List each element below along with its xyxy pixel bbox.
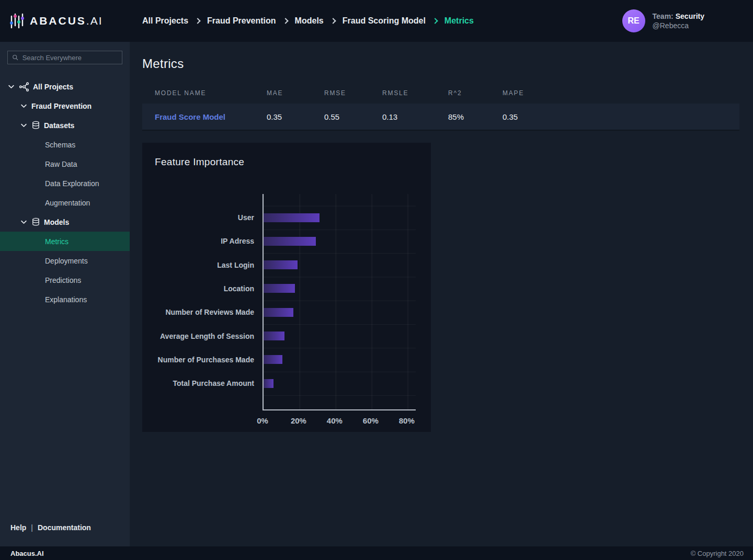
sidebar-item-raw-data[interactable]: Raw Data xyxy=(0,154,130,174)
metrics-table: MODEL NAMEMAERMSERMSLER^2MAPE Fraud Scor… xyxy=(142,83,739,131)
table-header-cell-mape: MAPE xyxy=(503,89,739,97)
chevron-right-icon xyxy=(432,18,438,24)
x-tick-80: 80% xyxy=(399,416,415,425)
sidebar-footer: Help|Documentation xyxy=(0,523,130,546)
table-value-cell: 0.13 xyxy=(382,112,448,121)
x-tick-40: 40% xyxy=(327,416,343,425)
sidebar-item-label: Metrics xyxy=(45,237,69,246)
chevron-down-icon xyxy=(7,83,15,90)
sidebar-item-label: Models xyxy=(44,218,69,226)
table-value-cell: 85% xyxy=(448,112,503,121)
table-value-cell: 0.35 xyxy=(267,112,324,121)
table-header-cell-rmse: RMSE xyxy=(324,89,382,97)
user-area: RE Team:Security @Rebecca xyxy=(622,9,753,32)
sidebar-spacer xyxy=(0,309,130,523)
abacus-logo-icon xyxy=(9,12,25,30)
database-icon xyxy=(31,218,40,226)
sidebar-item-label: Data Exploration xyxy=(45,179,99,188)
link-divider: | xyxy=(31,523,33,532)
bar-total-purchase-amount xyxy=(264,379,273,388)
sidebar-item-metrics[interactable]: Metrics xyxy=(0,232,130,251)
sidebar-item-datasets[interactable]: Datasets xyxy=(0,116,130,135)
logo[interactable]: ABACUS.AI xyxy=(0,12,130,30)
feature-importance-chart: UserIP AdressLast LoginLocationNumber of… xyxy=(155,168,418,414)
breadcrumb-item-metrics[interactable]: Metrics xyxy=(444,16,474,26)
table-value-cell: 0.55 xyxy=(324,112,382,121)
chart-plot-area xyxy=(263,194,416,410)
sidebar-item-label: Fraud Prevention xyxy=(31,102,92,110)
user-meta: Team:Security @Rebecca xyxy=(653,12,704,30)
bar-label-user: User xyxy=(155,212,254,223)
model-name-cell: Fraud Score Model xyxy=(142,112,267,121)
bar-label-average-length-of-session: Average Length of Session xyxy=(155,331,254,341)
feature-importance-panel: Feature Importance UserIP AdressLast Log… xyxy=(142,143,431,432)
sidebar-item-label: Datasets xyxy=(44,121,74,130)
projects-icon xyxy=(19,82,29,92)
documentation-link[interactable]: Documentation xyxy=(38,523,91,532)
table-row: Fraud Score Model0.350.550.1385%0.35 xyxy=(142,104,739,131)
bar-number-of-reviews-made xyxy=(264,308,293,317)
x-tick-0: 0% xyxy=(257,416,268,425)
sidebar-item-label: Explanations xyxy=(45,295,87,304)
chart-title: Feature Importance xyxy=(155,156,418,168)
top-bar: ABACUS.AI All ProjectsFraud PreventionMo… xyxy=(0,0,753,42)
breadcrumb-item-fraud-scoring-model[interactable]: Fraud Scoring Model xyxy=(343,16,426,26)
bar-last-login xyxy=(264,260,298,269)
app-root: ABACUS.AI All ProjectsFraud PreventionMo… xyxy=(0,0,753,560)
sidebar-item-label: Augmentation xyxy=(45,199,90,207)
chevron-down-icon xyxy=(20,218,28,226)
chevron-right-icon xyxy=(282,18,288,24)
database-icon xyxy=(31,121,40,130)
breadcrumb-item-models[interactable]: Models xyxy=(295,16,324,26)
sidebar-item-fraud-prevention[interactable]: Fraud Prevention xyxy=(0,96,130,116)
sidebar-item-augmentation[interactable]: Augmentation xyxy=(0,193,130,212)
search-input[interactable] xyxy=(22,54,118,62)
sidebar-item-schemas[interactable]: Schemas xyxy=(0,135,130,154)
model-link[interactable]: Fraud Score Model xyxy=(155,112,225,121)
sidebar-item-label: Raw Data xyxy=(45,160,77,168)
sidebar-item-label: Predictions xyxy=(45,276,81,284)
chevron-right-icon xyxy=(330,18,336,24)
x-tick-20: 20% xyxy=(291,416,306,425)
breadcrumb-item-all-projects[interactable]: All Projects xyxy=(142,16,188,26)
breadcrumb: All ProjectsFraud PreventionModelsFraud … xyxy=(130,16,622,26)
footer-bar: Abacus.AI © Copyright 2020 xyxy=(0,546,753,560)
table-header-cell-rmsle: RMSLE xyxy=(382,89,448,97)
sidebar-item-data-exploration[interactable]: Data Exploration xyxy=(0,174,130,193)
help-link[interactable]: Help xyxy=(10,523,26,532)
chevron-down-icon xyxy=(20,102,28,110)
search-icon xyxy=(12,54,19,61)
main-content: Metrics MODEL NAMEMAERMSERMSLER^2MAPE Fr… xyxy=(130,42,753,546)
brand-text: ABACUS.AI xyxy=(30,15,103,27)
footer-brand: Abacus.AI xyxy=(10,550,44,557)
bar-label-number-of-reviews-made: Number of Reviews Made xyxy=(155,307,254,317)
sidebar-item-all-projects[interactable]: All Projects xyxy=(0,77,130,96)
avatar-initials: RE xyxy=(628,16,639,26)
sidebar-item-deployments[interactable]: Deployments xyxy=(0,251,130,270)
chevron-down-icon xyxy=(20,121,28,129)
table-header-cell-mae: MAE xyxy=(267,89,324,97)
table-value-cell: 0.35 xyxy=(503,112,739,121)
x-tick-60: 60% xyxy=(363,416,379,425)
bar-label-last-login: Last Login xyxy=(155,260,254,270)
bar-number-of-purchases-made xyxy=(264,355,282,364)
table-header: MODEL NAMEMAERMSERMSLER^2MAPE xyxy=(142,83,739,104)
breadcrumb-item-fraud-prevention[interactable]: Fraud Prevention xyxy=(207,16,276,26)
sidebar-item-models[interactable]: Models xyxy=(0,212,130,232)
chevron-right-icon xyxy=(195,18,200,24)
sidebar-item-explanations[interactable]: Explanations xyxy=(0,290,130,309)
bar-average-length-of-session xyxy=(264,332,284,340)
sidebar-item-label: All Projects xyxy=(33,83,73,91)
bar-location xyxy=(264,284,295,293)
table-header-cell-r-2: R^2 xyxy=(448,89,503,97)
sidebar: All ProjectsFraud PreventionDatasetsSche… xyxy=(0,42,130,546)
avatar[interactable]: RE xyxy=(622,9,645,32)
bar-label-ip-adress: IP Adress xyxy=(155,236,254,246)
table-header-cell-model-name: MODEL NAME xyxy=(142,89,267,97)
sidebar-item-predictions[interactable]: Predictions xyxy=(0,270,130,290)
page-title: Metrics xyxy=(142,56,753,71)
sidebar-item-label: Deployments xyxy=(45,257,88,265)
user-handle: @Rebecca xyxy=(653,21,704,30)
table-body: Fraud Score Model0.350.550.1385%0.35 xyxy=(142,104,739,131)
bar-label-location: Location xyxy=(155,283,254,294)
